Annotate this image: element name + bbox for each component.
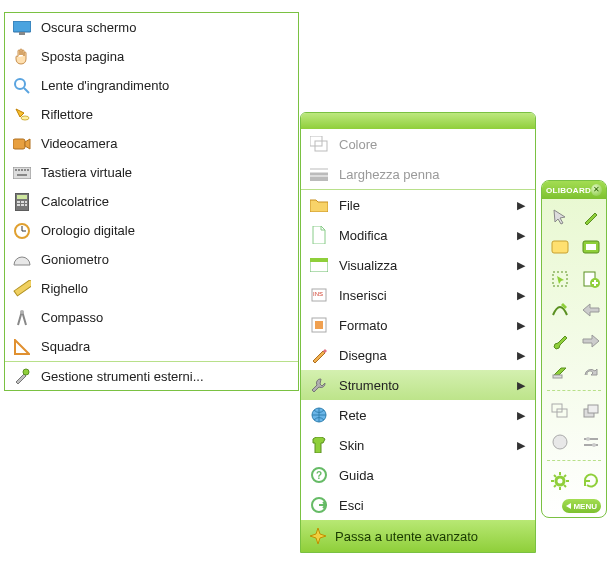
submenu-label: Riflettore <box>41 107 93 122</box>
menu-item-formato[interactable]: Formato ▶ <box>301 310 535 340</box>
mouse-tool-icon[interactable] <box>546 203 574 231</box>
submenu-item-riflettore[interactable]: Riflettore <box>5 100 298 129</box>
submenu-label: Orologio digitale <box>41 223 135 238</box>
menu-item-visualizza[interactable]: Visualizza ▶ <box>301 250 535 280</box>
close-button[interactable]: ✕ <box>591 184 602 196</box>
menu-label: Larghezza penna <box>339 167 525 182</box>
submenu-label: Righello <box>41 281 88 296</box>
toolbar-grid-2 <box>542 393 606 458</box>
submenu-item-righello[interactable]: Righello <box>5 274 298 303</box>
svg-rect-42 <box>552 241 568 253</box>
svg-rect-15 <box>17 201 20 203</box>
submenu-item-sposta-pagina[interactable]: Sposta pagina <box>5 42 298 71</box>
menu-item-strumento[interactable]: Strumento ▶ <box>301 370 535 400</box>
menu-button[interactable]: MENU <box>562 499 601 513</box>
svg-text:?: ? <box>316 470 322 481</box>
menu-item-guida[interactable]: ? Guida <box>301 460 535 490</box>
svg-rect-5 <box>13 139 25 149</box>
circle-gray-icon[interactable] <box>546 428 574 456</box>
calculator-icon <box>13 193 31 211</box>
menu-item-disegna[interactable]: Disegna ▶ <box>301 340 535 370</box>
svg-rect-1 <box>19 32 25 35</box>
svg-rect-7 <box>15 169 17 171</box>
menu-item-rete[interactable]: Rete ▶ <box>301 400 535 430</box>
shapes-stack-icon[interactable] <box>577 397 605 425</box>
submenu-item-squadra[interactable]: Squadra <box>5 332 298 361</box>
submenu-label: Goniometro <box>41 252 109 267</box>
svg-rect-6 <box>13 167 31 179</box>
forward-gray-icon[interactable] <box>577 327 605 355</box>
svg-rect-14 <box>17 195 27 199</box>
menu-label: Esci <box>339 498 525 513</box>
document-icon <box>309 225 329 245</box>
svg-point-55 <box>586 437 590 441</box>
menu-item-modifica[interactable]: Modifica ▶ <box>301 220 535 250</box>
menu-label: Colore <box>339 137 525 152</box>
refresh-icon[interactable] <box>577 467 605 495</box>
menu-label: Inserisci <box>339 288 507 303</box>
back-gray-icon[interactable] <box>577 296 605 324</box>
submenu-item-videocamera[interactable]: Videocamera <box>5 129 298 158</box>
layers-icon[interactable] <box>546 397 574 425</box>
svg-point-2 <box>15 79 25 89</box>
submenu-item-compasso[interactable]: Compasso <box>5 303 298 332</box>
submenu-item-goniometro[interactable]: Goniometro <box>5 245 298 274</box>
chevron-right-icon: ▶ <box>517 379 525 392</box>
submenu-item-tastiera[interactable]: Tastiera virtuale <box>5 158 298 187</box>
magnifier-icon <box>13 77 31 95</box>
submenu-label: Videocamera <box>41 136 117 151</box>
wrench-icon <box>309 375 329 395</box>
submenu-label: Squadra <box>41 339 90 354</box>
protractor-icon <box>13 251 31 269</box>
svg-line-65 <box>554 485 556 487</box>
menu-item-file[interactable]: File ▶ <box>301 190 535 220</box>
chevron-right-icon: ▶ <box>517 409 525 422</box>
submenu-item-calcolatrice[interactable]: Calcolatrice <box>5 187 298 216</box>
svg-rect-12 <box>17 174 27 176</box>
camera-icon <box>13 135 31 153</box>
menu-item-inserisci[interactable]: INS Inserisci ▶ <box>301 280 535 310</box>
gear-icon[interactable] <box>546 467 574 495</box>
submenu-item-lente[interactable]: Lente d'ingrandimento <box>5 71 298 100</box>
note-green-icon[interactable] <box>577 234 605 262</box>
help-icon: ? <box>309 465 329 485</box>
submenu-label: Compasso <box>41 310 103 325</box>
menu-item-esci[interactable]: Esci <box>301 490 535 520</box>
svg-rect-10 <box>24 169 26 171</box>
eraser-icon[interactable] <box>546 358 574 386</box>
draw-line-icon[interactable] <box>546 296 574 324</box>
menu-label: Guida <box>339 468 525 483</box>
marquee-icon[interactable] <box>546 265 574 293</box>
exit-icon <box>309 495 329 515</box>
toolbar-header[interactable]: OLIBOARD ✕ <box>542 181 606 199</box>
setsquare-icon <box>13 338 31 356</box>
redo-gray-icon[interactable] <box>577 358 605 386</box>
hand-icon <box>13 48 31 66</box>
main-menu-titlebar[interactable] <box>301 113 535 129</box>
svg-point-57 <box>592 443 596 447</box>
submenu-item-gestione-strumenti[interactable]: Gestione strumenti esterni... <box>5 361 298 390</box>
menu-footer-switch-user[interactable]: Passa a utente avanzato <box>301 520 535 552</box>
svg-rect-19 <box>21 204 24 206</box>
oliboard-toolbar[interactable]: OLIBOARD ✕ MENU <box>541 180 607 518</box>
color-swatch-icon <box>309 134 329 154</box>
svg-rect-0 <box>13 21 31 32</box>
submenu-item-orologio[interactable]: Orologio digitale <box>5 216 298 245</box>
submenu-item-oscura-schermo[interactable]: Oscura schermo <box>5 13 298 42</box>
switch-user-icon <box>309 527 327 545</box>
brush-icon[interactable] <box>546 327 574 355</box>
submenu-label: Gestione strumenti esterni... <box>41 369 204 384</box>
format-icon <box>309 315 329 335</box>
svg-rect-33 <box>310 258 328 262</box>
chevron-right-icon: ▶ <box>517 349 525 362</box>
add-page-icon[interactable] <box>577 265 605 293</box>
tools-icon <box>13 367 31 385</box>
menu-item-skin[interactable]: Skin ▶ <box>301 430 535 460</box>
svg-rect-48 <box>553 375 562 378</box>
sliders-icon[interactable] <box>577 428 605 456</box>
svg-line-3 <box>24 88 29 93</box>
svg-line-64 <box>564 485 566 487</box>
menu-item-colore: Colore <box>301 129 535 159</box>
pen-tool-icon[interactable] <box>577 203 605 231</box>
note-yellow-icon[interactable] <box>546 234 574 262</box>
